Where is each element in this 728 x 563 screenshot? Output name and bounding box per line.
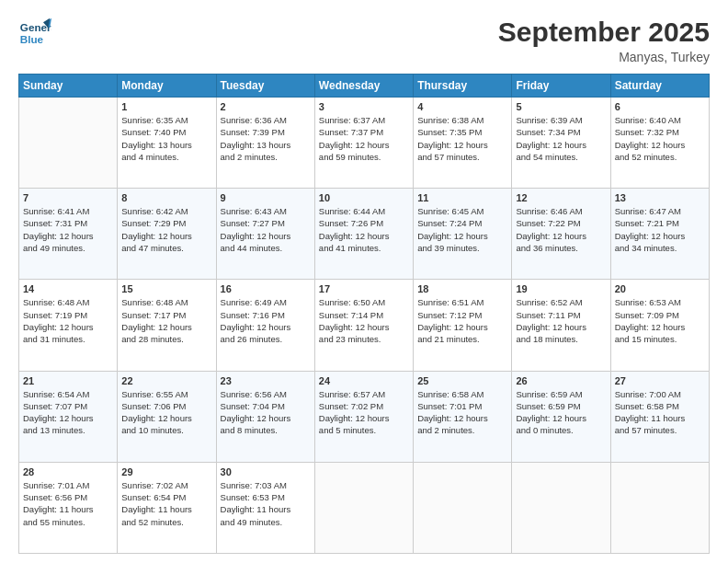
day-number: 3: [319, 101, 409, 112]
calendar-cell: 25Sunrise: 6:58 AM Sunset: 7:01 PM Dayli…: [414, 371, 512, 462]
day-number: 2: [221, 101, 311, 112]
day-content: Sunrise: 6:42 AM Sunset: 7:29 PM Dayligh…: [121, 205, 211, 254]
day-number: 5: [516, 101, 606, 112]
calendar-cell: 19Sunrise: 6:52 AM Sunset: 7:11 PM Dayli…: [512, 280, 610, 371]
calendar-cell: 1Sunrise: 6:35 AM Sunset: 7:40 PM Daylig…: [118, 98, 216, 189]
day-content: Sunrise: 6:51 AM Sunset: 7:12 PM Dayligh…: [417, 296, 507, 345]
day-number: 11: [417, 192, 507, 203]
calendar-cell: 11Sunrise: 6:45 AM Sunset: 7:24 PM Dayli…: [414, 189, 512, 280]
day-content: Sunrise: 6:47 AM Sunset: 7:21 PM Dayligh…: [615, 205, 705, 254]
calendar-week-row: 1Sunrise: 6:35 AM Sunset: 7:40 PM Daylig…: [19, 98, 710, 189]
calendar-cell: 20Sunrise: 6:53 AM Sunset: 7:09 PM Dayli…: [610, 280, 709, 371]
calendar-cell: 16Sunrise: 6:49 AM Sunset: 7:16 PM Dayli…: [216, 280, 314, 371]
calendar-cell: 12Sunrise: 6:46 AM Sunset: 7:22 PM Dayli…: [512, 189, 610, 280]
day-number: 30: [221, 466, 311, 477]
calendar-cell: 21Sunrise: 6:54 AM Sunset: 7:07 PM Dayli…: [19, 371, 118, 462]
calendar-week-row: 21Sunrise: 6:54 AM Sunset: 7:07 PM Dayli…: [19, 371, 710, 462]
day-number: 4: [417, 101, 507, 112]
day-content: Sunrise: 6:40 AM Sunset: 7:32 PM Dayligh…: [615, 114, 705, 163]
calendar-cell: [610, 462, 709, 553]
calendar-cell: 3Sunrise: 6:37 AM Sunset: 7:37 PM Daylig…: [314, 98, 413, 189]
calendar-cell: 6Sunrise: 6:40 AM Sunset: 7:32 PM Daylig…: [610, 98, 709, 189]
day-number: 12: [516, 192, 606, 203]
calendar-cell: [314, 462, 413, 553]
calendar-header-monday: Monday: [118, 75, 216, 98]
calendar-cell: 24Sunrise: 6:57 AM Sunset: 7:02 PM Dayli…: [314, 371, 413, 462]
day-number: 1: [121, 101, 211, 112]
day-number: 14: [23, 283, 113, 294]
day-number: 25: [417, 375, 507, 386]
day-content: Sunrise: 6:41 AM Sunset: 7:31 PM Dayligh…: [23, 205, 113, 254]
calendar-cell: 29Sunrise: 7:02 AM Sunset: 6:54 PM Dayli…: [118, 462, 216, 553]
day-content: Sunrise: 6:50 AM Sunset: 7:14 PM Dayligh…: [319, 296, 409, 345]
day-content: Sunrise: 6:46 AM Sunset: 7:22 PM Dayligh…: [516, 205, 606, 254]
calendar-header-sunday: Sunday: [19, 75, 118, 98]
calendar-header-wednesday: Wednesday: [314, 75, 413, 98]
day-content: Sunrise: 7:02 AM Sunset: 6:54 PM Dayligh…: [121, 479, 211, 528]
calendar-cell: 5Sunrise: 6:39 AM Sunset: 7:34 PM Daylig…: [512, 98, 610, 189]
calendar-cell: 30Sunrise: 7:03 AM Sunset: 6:53 PM Dayli…: [216, 462, 314, 553]
calendar-header-tuesday: Tuesday: [216, 75, 314, 98]
calendar-header-thursday: Thursday: [414, 75, 512, 98]
day-number: 26: [516, 375, 606, 386]
day-content: Sunrise: 6:39 AM Sunset: 7:34 PM Dayligh…: [516, 114, 606, 163]
day-number: 21: [23, 375, 113, 386]
day-content: Sunrise: 7:01 AM Sunset: 6:56 PM Dayligh…: [23, 479, 113, 528]
header: General Blue September 2025 Manyas, Turk…: [18, 17, 710, 64]
day-number: 24: [319, 375, 409, 386]
calendar-cell: 26Sunrise: 6:59 AM Sunset: 6:59 PM Dayli…: [512, 371, 610, 462]
calendar-cell: 23Sunrise: 6:56 AM Sunset: 7:04 PM Dayli…: [216, 371, 314, 462]
logo-icon: General Blue: [18, 17, 51, 50]
calendar-week-row: 28Sunrise: 7:01 AM Sunset: 6:56 PM Dayli…: [19, 462, 710, 553]
title-block: September 2025 Manyas, Turkey: [498, 17, 710, 64]
calendar-week-row: 7Sunrise: 6:41 AM Sunset: 7:31 PM Daylig…: [19, 189, 710, 280]
calendar-cell: [414, 462, 512, 553]
calendar-cell: 28Sunrise: 7:01 AM Sunset: 6:56 PM Dayli…: [19, 462, 118, 553]
day-number: 19: [516, 283, 606, 294]
day-number: 17: [319, 283, 409, 294]
day-number: 28: [23, 466, 113, 477]
day-number: 27: [615, 375, 705, 386]
day-content: Sunrise: 6:35 AM Sunset: 7:40 PM Dayligh…: [121, 114, 211, 163]
calendar-cell: 18Sunrise: 6:51 AM Sunset: 7:12 PM Dayli…: [414, 280, 512, 371]
day-content: Sunrise: 7:03 AM Sunset: 6:53 PM Dayligh…: [221, 479, 311, 528]
calendar-header-row: SundayMondayTuesdayWednesdayThursdayFrid…: [19, 75, 710, 98]
calendar-cell: 7Sunrise: 6:41 AM Sunset: 7:31 PM Daylig…: [19, 189, 118, 280]
day-content: Sunrise: 6:53 AM Sunset: 7:09 PM Dayligh…: [615, 296, 705, 345]
logo: General Blue: [18, 17, 51, 50]
day-number: 8: [121, 192, 211, 203]
calendar-cell: [512, 462, 610, 553]
day-content: Sunrise: 6:37 AM Sunset: 7:37 PM Dayligh…: [319, 114, 409, 163]
calendar-cell: 8Sunrise: 6:42 AM Sunset: 7:29 PM Daylig…: [118, 189, 216, 280]
calendar-cell: 27Sunrise: 7:00 AM Sunset: 6:58 PM Dayli…: [610, 371, 709, 462]
calendar-cell: 14Sunrise: 6:48 AM Sunset: 7:19 PM Dayli…: [19, 280, 118, 371]
calendar-cell: 17Sunrise: 6:50 AM Sunset: 7:14 PM Dayli…: [314, 280, 413, 371]
day-number: 10: [319, 192, 409, 203]
day-content: Sunrise: 6:43 AM Sunset: 7:27 PM Dayligh…: [221, 205, 311, 254]
day-number: 13: [615, 192, 705, 203]
day-content: Sunrise: 6:49 AM Sunset: 7:16 PM Dayligh…: [221, 296, 311, 345]
day-content: Sunrise: 6:38 AM Sunset: 7:35 PM Dayligh…: [417, 114, 507, 163]
calendar-cell: 22Sunrise: 6:55 AM Sunset: 7:06 PM Dayli…: [118, 371, 216, 462]
day-number: 7: [23, 192, 113, 203]
calendar-cell: 13Sunrise: 6:47 AM Sunset: 7:21 PM Dayli…: [610, 189, 709, 280]
calendar-cell: 10Sunrise: 6:44 AM Sunset: 7:26 PM Dayli…: [314, 189, 413, 280]
day-content: Sunrise: 6:44 AM Sunset: 7:26 PM Dayligh…: [319, 205, 409, 254]
day-content: Sunrise: 6:55 AM Sunset: 7:06 PM Dayligh…: [121, 388, 211, 437]
page-subtitle: Manyas, Turkey: [498, 50, 710, 64]
day-content: Sunrise: 6:36 AM Sunset: 7:39 PM Dayligh…: [221, 114, 311, 163]
day-number: 22: [121, 375, 211, 386]
day-number: 18: [417, 283, 507, 294]
day-number: 9: [221, 192, 311, 203]
day-content: Sunrise: 6:48 AM Sunset: 7:17 PM Dayligh…: [121, 296, 211, 345]
day-content: Sunrise: 6:48 AM Sunset: 7:19 PM Dayligh…: [23, 296, 113, 345]
day-content: Sunrise: 6:45 AM Sunset: 7:24 PM Dayligh…: [417, 205, 507, 254]
day-content: Sunrise: 6:58 AM Sunset: 7:01 PM Dayligh…: [417, 388, 507, 437]
calendar-cell: [19, 98, 118, 189]
calendar-cell: 2Sunrise: 6:36 AM Sunset: 7:39 PM Daylig…: [216, 98, 314, 189]
day-number: 29: [121, 466, 211, 477]
calendar-cell: 15Sunrise: 6:48 AM Sunset: 7:17 PM Dayli…: [118, 280, 216, 371]
day-number: 6: [615, 101, 705, 112]
day-number: 16: [221, 283, 311, 294]
day-content: Sunrise: 6:54 AM Sunset: 7:07 PM Dayligh…: [23, 388, 113, 437]
